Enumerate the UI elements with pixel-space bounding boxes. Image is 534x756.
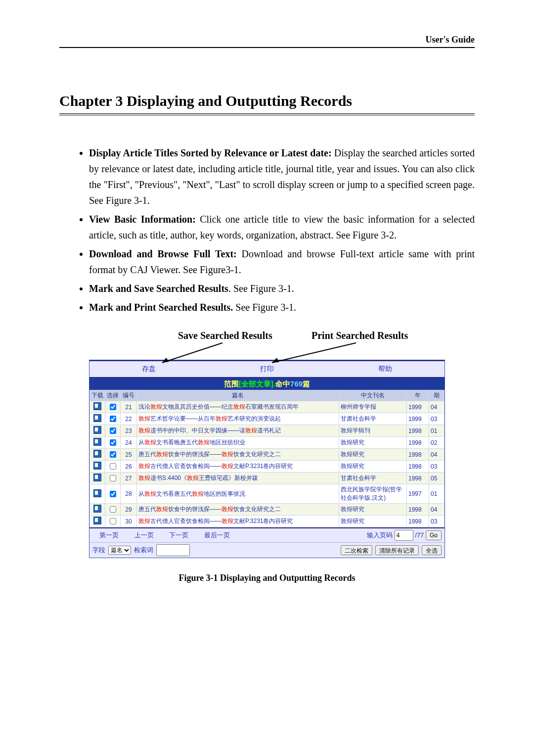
journal-name[interactable]: 敦煌研究: [339, 449, 407, 461]
issue: 03: [429, 413, 445, 425]
chapter-title: Chapter 3 Displaying and Outputting Reco…: [59, 93, 475, 115]
table-row: 24从敦煌文书看晚唐五代敦煌地区丝纺织业敦煌研究199802: [90, 437, 445, 449]
term-label: 检索词: [134, 546, 153, 555]
select-checkbox[interactable]: [110, 439, 116, 446]
bullet-item: Download and Browse Full Text: Download …: [89, 246, 475, 278]
issue: 03: [429, 516, 445, 527]
year: 1998: [407, 516, 429, 527]
page-number-input[interactable]: [395, 530, 413, 541]
row-number: 27: [121, 472, 137, 484]
select-checkbox[interactable]: [110, 463, 116, 470]
clear-all-button[interactable]: 清除所有记录: [375, 545, 419, 555]
year: 1997: [407, 484, 429, 504]
journal-name[interactable]: 敦煌研究: [339, 516, 407, 527]
table-header-row: 下载 选择 编号 篇名 中文刊名 年 期: [90, 390, 445, 401]
svg-line-2: [272, 343, 356, 363]
table-row: 23敦煌遗书中的中印、中日文学因缘——读敦煌遗书札记敦煌学辑刊199801: [90, 425, 445, 437]
bullet-item: Display Article Titles Sorted by Relevan…: [89, 145, 475, 208]
issue: 04: [429, 449, 445, 461]
pager-total: /77: [415, 531, 424, 539]
col-year: 年: [407, 390, 429, 401]
col-select: 选择: [105, 390, 121, 401]
download-icon[interactable]: [93, 473, 101, 481]
article-title[interactable]: 从敦煌文书看晚唐五代敦煌地区丝纺织业: [137, 437, 339, 449]
select-checkbox[interactable]: [110, 427, 116, 434]
download-icon[interactable]: [93, 462, 101, 470]
year: 1998: [407, 425, 429, 437]
col-issue: 期: [429, 390, 445, 401]
select-checkbox[interactable]: [110, 491, 116, 497]
journal-name[interactable]: 柳州师专学报: [339, 401, 407, 413]
row-number: 26: [121, 461, 137, 472]
journal-name[interactable]: 甘肃社会科学: [339, 413, 407, 425]
col-title: 篇名: [137, 390, 339, 401]
row-number: 28: [121, 484, 137, 504]
row-number: 30: [121, 516, 137, 527]
article-title[interactable]: 敦煌古代僧人官斋饮食检阅——敦煌文献P.3231卷内容研究: [137, 516, 339, 527]
select-all-button[interactable]: 全选: [422, 545, 442, 555]
pager-next[interactable]: 下一页: [169, 531, 188, 539]
download-icon[interactable]: [93, 414, 101, 422]
journal-name[interactable]: 甘肃社会科学: [339, 472, 407, 484]
article-title[interactable]: 敦煌遗书中的中印、中日文学因缘——读敦煌遗书札记: [137, 425, 339, 437]
year: 1998: [407, 504, 429, 516]
pager-first[interactable]: 第一页: [99, 531, 119, 539]
svg-marker-3: [272, 358, 279, 363]
journal-name[interactable]: 敦煌研究: [339, 437, 407, 449]
row-number: 29: [121, 504, 137, 516]
year: 1999: [407, 413, 429, 425]
year: 1998: [407, 437, 429, 449]
pager-prev[interactable]: 上一页: [134, 531, 154, 539]
article-title[interactable]: 敦煌艺术哲学论要——从百年敦煌艺术研究的演变说起: [137, 413, 339, 425]
field-select[interactable]: 篇名: [108, 546, 131, 555]
table-row: 25唐五代敦煌饮食中的饼浅探——敦煌饮食文化研究之二敦煌研究199804: [90, 449, 445, 461]
download-icon[interactable]: [93, 450, 101, 458]
table-row: 21浅论敦煌文物及其历史价值——纪念敦煌石室藏书发现百周年柳州师专学报19990…: [90, 401, 445, 413]
year: 1998: [407, 472, 429, 484]
journal-name[interactable]: 敦煌研究: [339, 461, 407, 472]
scope-line: 范围[全部文章].命中769篇: [89, 378, 445, 390]
select-checkbox[interactable]: [110, 506, 116, 513]
table-row: 30敦煌古代僧人官斋饮食检阅——敦煌文献P.3231卷内容研究敦煌研究19980…: [90, 516, 445, 527]
select-checkbox[interactable]: [110, 518, 116, 524]
article-title[interactable]: 从敦煌文书看唐五代敦煌地区的医事状况: [137, 484, 339, 504]
year: 1998: [407, 461, 429, 472]
year: 1998: [407, 449, 429, 461]
search-bar: 字段 篇名 检索词 二次检索 清除所有记录 全选: [89, 542, 445, 558]
go-button[interactable]: Go: [426, 530, 442, 540]
field-label: 字段: [92, 546, 105, 555]
issue: 05: [429, 472, 445, 484]
annotation-labels: Save Searched Results Print Searched Res…: [59, 330, 475, 360]
journal-name[interactable]: 西北民族学院学报(哲学社会科学版.汉文): [339, 484, 407, 504]
term-input[interactable]: [156, 544, 190, 556]
select-checkbox[interactable]: [110, 451, 116, 458]
pager-input-label: 输入页码: [367, 531, 393, 539]
download-icon[interactable]: [93, 517, 101, 524]
article-title[interactable]: 唐五代敦煌饮食中的饼浅探——敦煌饮食文化研究之二: [137, 504, 339, 516]
table-row: 26敦煌古代僧人官斋饮食检阅——敦煌文献P.3231卷内容研究敦煌研究19980…: [90, 461, 445, 472]
table-row: 22敦煌艺术哲学论要——从百年敦煌艺术研究的演变说起甘肃社会科学199903: [90, 413, 445, 425]
select-checkbox[interactable]: [110, 404, 116, 410]
pager-last[interactable]: 最后一页: [204, 531, 230, 539]
article-title[interactable]: 唐五代敦煌饮食中的饼浅探——敦煌饮食文化研究之二: [137, 449, 339, 461]
select-checkbox[interactable]: [110, 416, 116, 422]
article-title[interactable]: 敦煌遗书S.4400《敦煌王曹镇宅疏》新校并跋: [137, 472, 339, 484]
select-checkbox[interactable]: [110, 475, 116, 481]
download-icon[interactable]: [93, 489, 101, 497]
row-number: 21: [121, 401, 137, 413]
download-icon[interactable]: [93, 438, 101, 446]
issue: 01: [429, 484, 445, 504]
journal-name[interactable]: 敦煌研究: [339, 504, 407, 516]
download-icon[interactable]: [93, 402, 101, 410]
journal-name[interactable]: 敦煌学辑刊: [339, 425, 407, 437]
screenshot-figure: 存盘 打印 帮助 范围[全部文章].命中769篇 下载 选择 编号 篇名 中文刊…: [89, 360, 445, 558]
article-title[interactable]: 浅论敦煌文物及其历史价值——纪念敦煌石室藏书发现百周年: [137, 401, 339, 413]
article-title[interactable]: 敦煌古代僧人官斋饮食检阅——敦煌文献P.3231卷内容研究: [137, 461, 339, 472]
issue: 02: [429, 437, 445, 449]
download-icon[interactable]: [93, 426, 101, 434]
download-icon[interactable]: [93, 505, 101, 513]
bullet-item: Mark and Save Searched Results. See Figu…: [89, 281, 475, 296]
issue: 03: [429, 461, 445, 472]
bullet-item: Mark and Print Searched Results. See Fig…: [89, 299, 475, 315]
secondary-search-button[interactable]: 二次检索: [341, 545, 372, 555]
